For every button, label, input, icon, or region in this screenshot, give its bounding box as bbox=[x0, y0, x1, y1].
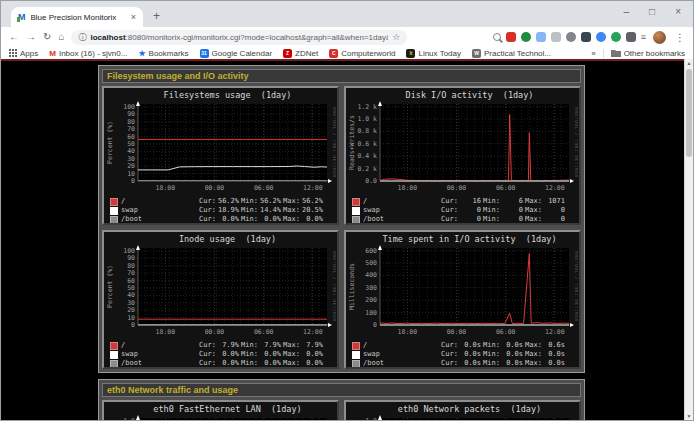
page-scrollbar[interactable]: ▲ ▼ bbox=[684, 59, 693, 420]
tune-icon[interactable]: ≡ bbox=[641, 32, 646, 42]
scrollbar-thumb[interactable] bbox=[686, 69, 692, 157]
legend-value: 0.0s bbox=[543, 350, 565, 359]
svg-text:70: 70 bbox=[127, 125, 135, 133]
legend-col: Max: bbox=[525, 215, 543, 224]
legend-col: Cur: bbox=[199, 341, 217, 350]
window-close-button[interactable]: × bbox=[675, 6, 681, 17]
chat-extension-icon[interactable] bbox=[596, 32, 606, 42]
browser-menu-icon[interactable]: ⋮ bbox=[675, 32, 685, 43]
legend-value: 7.9% bbox=[217, 341, 239, 350]
graph-disk-io-activity[interactable]: Disk I/O activity (1day)0.00.2 k0.4 k0.6… bbox=[344, 86, 581, 225]
bookmark-item[interactable]: ★Bookmarks bbox=[138, 49, 188, 58]
zdnet-icon: Z bbox=[283, 49, 292, 58]
svg-text:20: 20 bbox=[127, 162, 135, 170]
scroll-up-arrow[interactable]: ▲ bbox=[685, 60, 693, 66]
extensions-puzzle-icon[interactable] bbox=[626, 32, 636, 42]
legend-col: Cur: bbox=[199, 350, 217, 359]
bookmark-item[interactable]: MInbox (16) - sjvn0... bbox=[49, 49, 127, 58]
bookmark-label: ZDNet bbox=[295, 49, 318, 58]
new-tab-button[interactable]: + bbox=[153, 9, 160, 23]
section-eth0: eth0 Network traffic and usage eth0 Fast… bbox=[98, 379, 585, 420]
legend-value: 0 bbox=[501, 215, 523, 224]
graph-eth0-fastethernet[interactable]: eth0 FastEthernet LAN (1day)1.00.9 bbox=[102, 400, 339, 420]
computerworld-icon: C bbox=[329, 49, 338, 58]
reload-button[interactable]: ↻ bbox=[43, 32, 51, 42]
back-button[interactable]: ← bbox=[9, 32, 19, 42]
legend-row: /bootCur:0.0sMin:0.0sMax:0.0s bbox=[352, 359, 579, 368]
svg-text:30: 30 bbox=[127, 299, 135, 307]
svg-text:0.6 k: 0.6 k bbox=[357, 140, 377, 148]
forward-button[interactable]: → bbox=[26, 32, 36, 42]
legend-col: Cur: bbox=[441, 215, 459, 224]
legend-swatch bbox=[352, 216, 360, 224]
legend-value: 0 bbox=[459, 215, 481, 224]
legend-swatch bbox=[110, 198, 118, 206]
bookmark-item[interactable]: CComputerworld bbox=[329, 49, 395, 58]
section-title-filesystem: Filesystem usage and I/O activity bbox=[102, 69, 581, 83]
legend-value: 0.0% bbox=[217, 215, 239, 224]
green-circle-extension-icon[interactable] bbox=[611, 32, 621, 42]
bookmark-item[interactable]: ltLinux Today bbox=[406, 49, 461, 58]
bookmarks-overflow-chevron[interactable]: » bbox=[591, 49, 595, 58]
bookmark-label: Inbox (16) - sjvn0... bbox=[59, 49, 127, 58]
browser-tab[interactable]: M Blue Precision Monitorix × bbox=[11, 7, 143, 27]
tab-close-icon[interactable]: × bbox=[131, 12, 136, 22]
speaker-extension-icon[interactable] bbox=[566, 32, 576, 42]
graph-inode-usage[interactable]: Inode usage (1day)0102030405060708090100… bbox=[102, 230, 339, 369]
legend-label: /boot bbox=[363, 359, 441, 368]
svg-text:40: 40 bbox=[127, 291, 135, 299]
legend-value: 14.4% bbox=[259, 206, 281, 215]
apps-label: Apps bbox=[20, 49, 38, 58]
legend-value: 0 bbox=[459, 206, 481, 215]
svg-text:12:00: 12:00 bbox=[545, 328, 565, 336]
legend-value: 0.0% bbox=[217, 350, 239, 359]
svg-text:20: 20 bbox=[127, 306, 135, 314]
tab-title: Blue Precision Monitorix bbox=[31, 13, 126, 22]
bookmark-item[interactable]: ZZDNet bbox=[283, 49, 318, 58]
bookmark-item[interactable]: 31Google Calendar bbox=[200, 49, 272, 58]
green-badge-extension-icon[interactable] bbox=[521, 32, 531, 42]
legend-col: Max: bbox=[525, 197, 543, 206]
svg-text:Percent (%): Percent (%) bbox=[106, 265, 114, 308]
svg-text:600: 600 bbox=[365, 247, 377, 255]
pages-extension-icon[interactable] bbox=[536, 32, 546, 42]
svg-text:90: 90 bbox=[127, 254, 135, 262]
svg-text:Percent (%): Percent (%) bbox=[106, 121, 114, 164]
maximize-button[interactable]: □ bbox=[649, 6, 655, 17]
legend-col: Min: bbox=[241, 197, 259, 206]
star-icon: ★ bbox=[138, 49, 145, 58]
legend-value: 18.9% bbox=[217, 206, 239, 215]
bookmark-star-icon[interactable]: ☆ bbox=[392, 32, 400, 42]
scroll-down-arrow[interactable]: ▼ bbox=[685, 413, 693, 419]
legend-swatch bbox=[352, 198, 360, 206]
site-info-icon[interactable]: ⓘ bbox=[78, 32, 86, 43]
legend-col: Max: bbox=[525, 341, 543, 350]
graph-time-spent-io[interactable]: Time spent in I/O activity (1day)0100200… bbox=[344, 230, 581, 369]
legend-value: 0.0s bbox=[459, 350, 481, 359]
legend-swatch bbox=[352, 207, 360, 215]
minimize-button[interactable]: – bbox=[624, 6, 630, 17]
svg-text:90: 90 bbox=[127, 110, 135, 118]
legend-value: 7.9% bbox=[301, 341, 323, 350]
svg-text:12:00: 12:00 bbox=[303, 184, 323, 192]
legend-value: 0.0% bbox=[259, 359, 281, 368]
mail-extension-icon[interactable] bbox=[506, 32, 516, 42]
graph-eth0-network-packets[interactable]: eth0 Network packets (1day)1.0Packets/s bbox=[344, 400, 581, 420]
profile-avatar[interactable] bbox=[653, 31, 666, 44]
other-bookmarks[interactable]: Other bookmarks bbox=[611, 49, 685, 58]
apps-shortcut[interactable]: Apps bbox=[9, 49, 38, 58]
omnibox[interactable]: ⓘ localhost:8080/monitorix-cgi/monitorix… bbox=[71, 30, 407, 45]
note-extension-icon[interactable] bbox=[551, 32, 561, 42]
legend-label: swap bbox=[121, 350, 199, 359]
graph-title: Time spent in I/O activity (1day) bbox=[346, 234, 579, 244]
home-button[interactable]: ⌂ bbox=[58, 32, 64, 42]
dark-app-extension-icon[interactable] bbox=[581, 32, 591, 42]
bookmark-item[interactable]: WPractical Technol... bbox=[472, 49, 551, 58]
legend-swatch bbox=[110, 207, 118, 215]
legend-row: /bootCur:0.0%Min:0.0%Max:0.0% bbox=[110, 359, 337, 368]
svg-text:100: 100 bbox=[365, 309, 377, 317]
legend-label: swap bbox=[121, 206, 199, 215]
graph-filesystems-usage[interactable]: Filesystems usage (1day)0102030405060708… bbox=[102, 86, 339, 225]
search-extension-icon[interactable] bbox=[493, 33, 501, 41]
svg-text:0: 0 bbox=[373, 321, 377, 329]
